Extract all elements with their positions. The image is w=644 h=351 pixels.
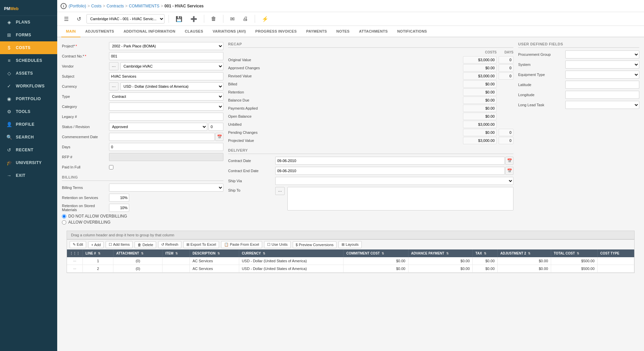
ship-to-dots-button[interactable]: ··· bbox=[275, 187, 285, 195]
ship-via-select[interactable] bbox=[275, 177, 513, 185]
grid-paste-button[interactable]: 📋 Paste From Excel bbox=[221, 241, 262, 248]
status-select[interactable]: Approved bbox=[109, 123, 207, 131]
grid-add-button[interactable]: + Add bbox=[88, 241, 104, 248]
grid-layouts-button[interactable]: ⊞ Layouts bbox=[338, 241, 362, 248]
tab-adjustments[interactable]: ADJUSTMENTS bbox=[80, 26, 119, 37]
billing-terms-row: Billing Terms bbox=[62, 184, 223, 192]
billing-terms-select[interactable] bbox=[109, 184, 223, 192]
latitude-input[interactable] bbox=[565, 81, 639, 89]
tab-clauses[interactable]: CLAUSES bbox=[180, 26, 208, 37]
currency-select[interactable]: USD - Dollar (United States of America) bbox=[120, 82, 223, 90]
row1-actions[interactable]: ··· bbox=[67, 257, 83, 265]
col-cost-type[interactable]: COST TYPE bbox=[598, 249, 634, 257]
grid-units-button[interactable]: ☐ Use Units bbox=[264, 241, 291, 248]
legacy-input[interactable] bbox=[109, 113, 223, 121]
revision-input[interactable] bbox=[209, 123, 223, 131]
col-adj2[interactable]: ADJUSTMENT 2 ⇅ bbox=[498, 249, 551, 257]
rfp-input[interactable] bbox=[109, 153, 223, 161]
sidebar-item-portfolio[interactable]: ◉ PORTFOLIO bbox=[0, 92, 57, 105]
currency-dots-button[interactable]: ··· bbox=[109, 82, 118, 90]
col-attachment[interactable]: ATTACHMENT ⇅ bbox=[113, 249, 163, 257]
breadcrumb-costs[interactable]: Costs bbox=[91, 4, 102, 8]
lightning-button[interactable]: ⚡ bbox=[259, 14, 271, 24]
vendor-select[interactable]: Cambridge HVAC bbox=[120, 62, 223, 70]
vendor-dots-button[interactable]: ··· bbox=[109, 62, 118, 70]
sidebar-item-plans[interactable]: ◈ PLANS bbox=[0, 16, 57, 29]
tab-attachments[interactable]: ATTACHMENTS bbox=[354, 26, 392, 37]
grid-preview-button[interactable]: $ Preview Conversions bbox=[293, 241, 337, 248]
grid-refresh-button[interactable]: ↺ Refresh bbox=[158, 241, 181, 248]
sidebar-item-schedules[interactable]: ≡ SCHEDULES bbox=[0, 54, 57, 67]
type-select[interactable]: Contract bbox=[109, 92, 223, 101]
breadcrumb-portfolio[interactable]: (Portfolio) bbox=[69, 4, 86, 8]
equipment-select[interactable] bbox=[565, 71, 639, 79]
contract-end-input[interactable] bbox=[275, 167, 505, 175]
sidebar-item-costs[interactable]: $ COSTS bbox=[0, 41, 57, 54]
grid-edit-button[interactable]: ✎ Edit bbox=[70, 241, 86, 248]
sidebar-item-exit[interactable]: → EXIT bbox=[0, 169, 57, 182]
commencement-input[interactable] bbox=[109, 133, 215, 141]
sidebar-label-portfolio: PORTFOLIO bbox=[16, 96, 41, 101]
col-total[interactable]: TOTAL COST ⇅ bbox=[551, 249, 597, 257]
sidebar-item-assets[interactable]: ◇ ASSETS bbox=[0, 67, 57, 80]
delete-button[interactable]: 🗑 bbox=[208, 14, 219, 23]
col-tax[interactable]: TAX ⇅ bbox=[473, 249, 498, 257]
contract-date-input[interactable] bbox=[275, 157, 505, 165]
sidebar-item-search[interactable]: 🔍 SEARCH bbox=[0, 131, 57, 144]
tab-additional[interactable]: ADDITIONAL INFORMATION bbox=[119, 26, 180, 37]
info-icon[interactable]: i bbox=[61, 3, 67, 9]
col-currency[interactable]: CURRENCY ⇅ bbox=[239, 249, 344, 257]
col-description[interactable]: DESCRIPTION ⇅ bbox=[190, 249, 239, 257]
email-button[interactable]: ✉ bbox=[227, 14, 237, 24]
add-button[interactable]: ➕ bbox=[188, 14, 200, 24]
sidebar-item-workflows[interactable]: ✓ WORKFLOWS bbox=[0, 80, 57, 92]
subject-input[interactable] bbox=[109, 72, 223, 80]
procurement-select[interactable] bbox=[565, 50, 639, 58]
longitude-input[interactable] bbox=[565, 91, 639, 99]
tab-notifications[interactable]: NOTIFICATIONS bbox=[392, 26, 432, 37]
contract-date-calendar-button[interactable]: 📅 bbox=[505, 157, 513, 165]
retention-services-input[interactable] bbox=[109, 194, 129, 202]
commencement-calendar-button[interactable]: 📅 bbox=[215, 133, 223, 141]
breadcrumb-contracts[interactable]: Contracts bbox=[107, 4, 124, 8]
undo-button[interactable]: ↺ bbox=[74, 14, 84, 24]
tab-variations[interactable]: VARIATIONS (AVI) bbox=[208, 26, 251, 37]
grid-export-button[interactable]: ⊞ Export To Excel bbox=[183, 241, 219, 248]
col-commitment[interactable]: COMMITMENT COST ⇅ bbox=[344, 249, 408, 257]
middle-column: RECAP COSTS DAYS Original Value $3,000.0… bbox=[228, 42, 513, 226]
save-button[interactable]: 💾 bbox=[173, 14, 185, 24]
category-select[interactable] bbox=[109, 103, 223, 111]
days-input[interactable] bbox=[109, 143, 223, 151]
grid-add-items-button[interactable]: ☐ Add Items bbox=[106, 241, 133, 248]
sidebar-item-tools[interactable]: ⚙ TOOLS bbox=[0, 105, 57, 118]
paid-full-checkbox[interactable] bbox=[109, 165, 113, 169]
sidebar-item-university[interactable]: 🎓 UNIVERSITY bbox=[0, 156, 57, 169]
allow-overbilling-radio[interactable] bbox=[62, 220, 66, 225]
tab-main[interactable]: MAIN bbox=[61, 26, 80, 37]
sidebar-item-recent[interactable]: ↺ RECENT bbox=[0, 144, 57, 156]
sidebar-item-forms[interactable]: ⊞ FORMS bbox=[0, 29, 57, 41]
contract-no-input[interactable] bbox=[109, 52, 223, 60]
col-line[interactable]: LINE # ⇅ bbox=[83, 249, 113, 257]
sidebar-item-profile[interactable]: 👤 PROFILE bbox=[0, 118, 57, 131]
logo[interactable]: PMWeb bbox=[0, 0, 57, 16]
project-select[interactable]: 2002 - Park Place (BOMA) bbox=[109, 42, 223, 50]
tab-progress[interactable]: PROGRESS INVOICES bbox=[251, 26, 301, 37]
menu-button[interactable]: ☰ bbox=[61, 14, 71, 24]
long-lead-select[interactable] bbox=[565, 101, 639, 109]
print-button[interactable]: 🖨 bbox=[240, 14, 251, 23]
ship-to-textarea[interactable] bbox=[287, 187, 513, 210]
retention-stored-input[interactable] bbox=[109, 204, 129, 212]
row1-attachment: (0) bbox=[113, 257, 163, 265]
grid-delete-button[interactable]: 🗑 Delete bbox=[135, 241, 156, 248]
no-overbilling-radio[interactable] bbox=[62, 214, 66, 219]
col-item[interactable]: ITEM ⇅ bbox=[163, 249, 190, 257]
tab-notes[interactable]: NOTES bbox=[332, 26, 354, 37]
col-advance[interactable]: ADVANCE PAYMENT ⇅ bbox=[408, 249, 472, 257]
row2-actions[interactable]: ··· bbox=[67, 265, 83, 273]
record-selector[interactable]: Cambridge HVAC - 001 - HVAC Servic... bbox=[86, 14, 165, 24]
system-select[interactable] bbox=[565, 61, 639, 69]
breadcrumb-commitments[interactable]: COMMITMENTS bbox=[129, 4, 159, 8]
contract-end-calendar-button[interactable]: 📅 bbox=[505, 167, 513, 175]
tab-payments[interactable]: PAYMENTS bbox=[301, 26, 332, 37]
